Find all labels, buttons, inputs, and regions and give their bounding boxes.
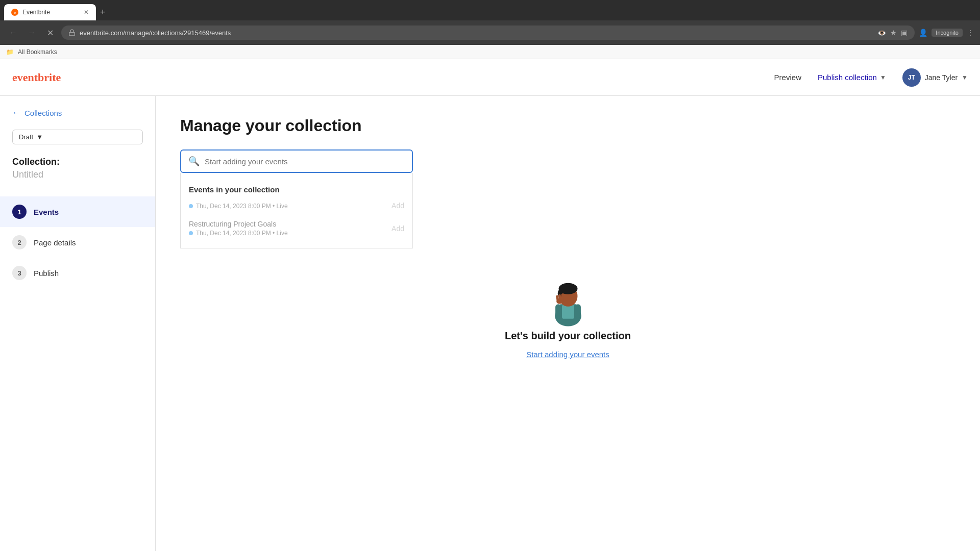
tab-icon: ▣ xyxy=(901,29,908,37)
folder-icon: 📁 xyxy=(6,48,14,56)
events-section: Events in your collection Thu, Dec 14, 2… xyxy=(180,173,413,248)
star-icon: ★ xyxy=(890,29,897,37)
nav-extra: 👤 Incognito ⋮ xyxy=(919,29,974,37)
events-section-title: Events in your collection xyxy=(181,179,412,196)
tab-title: Eventbrite xyxy=(22,9,80,16)
user-menu-button[interactable]: JT Jane Tyler ▼ xyxy=(902,68,968,87)
collections-label: Collections xyxy=(24,109,62,117)
event-date-text-2: Thu, Dec 14, 2023 8:00 PM • Live xyxy=(196,230,288,237)
lock-icon xyxy=(68,29,76,36)
eventbrite-logo[interactable]: eventbrite xyxy=(12,71,61,84)
address-bar[interactable]: 👁️ ★ ▣ xyxy=(61,26,915,40)
add-event-2-button[interactable]: Add xyxy=(391,224,404,233)
chevron-down-icon: ▼ xyxy=(880,74,886,81)
new-tab-button[interactable]: + xyxy=(100,7,106,18)
event-name-2: Restructuring Project Goals xyxy=(189,220,288,228)
event-date-text-1: Thu, Dec 14, 2023 8:00 PM • Live xyxy=(196,203,288,210)
svg-rect-11 xyxy=(555,304,561,318)
browser-tabs: e Eventbrite ✕ + xyxy=(0,0,980,20)
event-info-1: Thu, Dec 14, 2023 8:00 PM • Live xyxy=(189,201,288,210)
user-name: Jane Tyler xyxy=(925,73,958,82)
sidebar-step-page-details[interactable]: 2 Page details xyxy=(0,227,155,258)
top-nav: eventbrite Preview Publish collection ▼ … xyxy=(0,59,980,96)
top-nav-right: Preview Publish collection ▼ JT Jane Tyl… xyxy=(774,68,968,87)
page-content: Manage your collection 🔍 Events in your … xyxy=(156,96,980,551)
address-bar-icons: 👁️ ★ ▣ xyxy=(877,29,908,37)
incognito-badge: Incognito xyxy=(932,29,963,37)
step-2-label: Page details xyxy=(34,238,76,247)
search-bar[interactable]: 🔍 xyxy=(180,149,413,173)
active-tab[interactable]: e Eventbrite ✕ xyxy=(4,4,96,20)
add-event-1-button[interactable]: Add xyxy=(391,202,404,210)
search-icon: 🔍 xyxy=(188,156,200,167)
sidebar-step-publish[interactable]: 3 Publish xyxy=(0,258,155,288)
profile-icon: 👤 xyxy=(919,29,927,37)
preview-button[interactable]: Preview xyxy=(774,73,801,82)
live-dot-2 xyxy=(189,231,193,235)
user-chevron-icon: ▼ xyxy=(962,74,968,81)
draft-label: Draft xyxy=(19,133,33,141)
app-layout: eventbrite Preview Publish collection ▼ … xyxy=(0,59,980,551)
sidebar: ← Collections Draft ▼ Collection: Untitl… xyxy=(0,96,156,551)
bookmarks-bar: 📁 All Bookmarks xyxy=(0,45,980,59)
page-title: Manage your collection xyxy=(180,116,955,135)
draft-chevron-icon: ▼ xyxy=(36,133,43,141)
event-item-2: Restructuring Project Goals Thu, Dec 14,… xyxy=(181,215,412,242)
url-input[interactable] xyxy=(80,29,873,37)
search-input[interactable] xyxy=(205,157,405,166)
event-date-2: Thu, Dec 14, 2023 8:00 PM • Live xyxy=(189,230,288,237)
step-1-number: 1 xyxy=(12,205,27,219)
main-area: ← Collections Draft ▼ Collection: Untitl… xyxy=(0,96,980,551)
live-dot-1 xyxy=(189,204,193,208)
avatar: JT xyxy=(902,68,921,87)
forward-button[interactable]: → xyxy=(24,26,39,40)
bookmarks-label: All Bookmarks xyxy=(18,48,57,56)
browser-nav: ← → ✕ 👁️ ★ ▣ 👤 Incognito ⋮ xyxy=(0,20,980,45)
step-2-number: 2 xyxy=(12,235,27,249)
step-3-number: 3 xyxy=(12,266,27,280)
collection-label: Collection: xyxy=(0,157,155,167)
back-arrow-icon: ← xyxy=(12,108,20,117)
events-list-container: Events in your collection Thu, Dec 14, 2… xyxy=(180,173,413,248)
event-info-2: Restructuring Project Goals Thu, Dec 14,… xyxy=(189,220,288,237)
empty-state-illustration xyxy=(540,269,596,330)
draft-dropdown[interactable]: Draft ▼ xyxy=(12,130,143,144)
start-adding-link[interactable]: Start adding your events xyxy=(526,350,609,359)
sidebar-steps: 1 Events 2 Page details 3 Publish xyxy=(0,196,155,288)
collections-back-link[interactable]: ← Collections xyxy=(0,108,155,130)
empty-state: Let's build your collection Start adding… xyxy=(180,248,955,379)
svg-rect-12 xyxy=(575,304,580,318)
refresh-button[interactable]: ✕ xyxy=(43,26,57,40)
collection-name: Untitled xyxy=(0,169,155,180)
svg-rect-3 xyxy=(562,305,574,319)
step-1-label: Events xyxy=(34,208,59,216)
svg-rect-0 xyxy=(69,32,75,35)
publish-collection-label: Publish collection xyxy=(818,73,877,82)
sidebar-step-events[interactable]: 1 Events xyxy=(0,196,155,227)
event-date-1: Thu, Dec 14, 2023 8:00 PM • Live xyxy=(189,203,288,210)
event-item-1: Thu, Dec 14, 2023 8:00 PM • Live Add xyxy=(181,196,412,215)
menu-icon: ⋮ xyxy=(967,29,974,37)
tab-favicon: e xyxy=(11,9,18,16)
publish-collection-button[interactable]: Publish collection ▼ xyxy=(818,73,886,82)
eye-slash-icon: 👁️ xyxy=(877,29,886,37)
tab-close-icon[interactable]: ✕ xyxy=(84,9,89,16)
browser-chrome: e Eventbrite ✕ + ← → ✕ 👁️ ★ ▣ 👤 Incognit… xyxy=(0,0,980,45)
empty-state-title: Let's build your collection xyxy=(505,330,631,342)
step-3-label: Publish xyxy=(34,269,59,278)
back-button[interactable]: ← xyxy=(6,26,20,40)
